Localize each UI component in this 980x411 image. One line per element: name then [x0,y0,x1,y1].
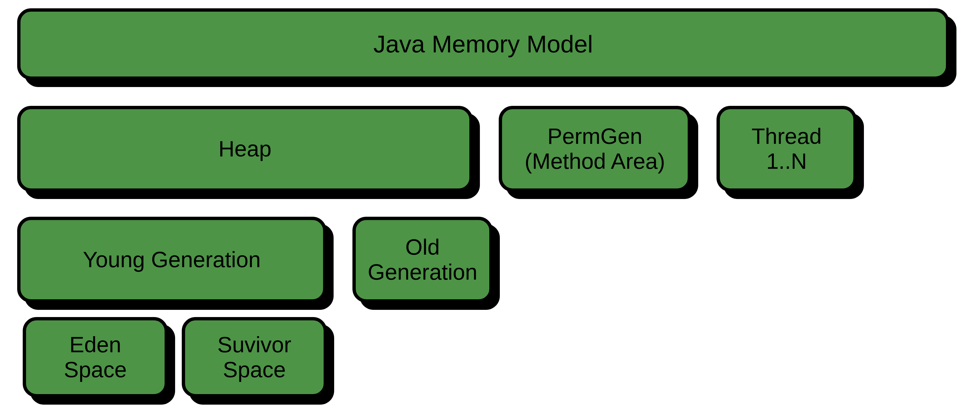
survivor-line1: Suvivor [218,332,291,357]
young-gen-label: Young Generation [83,247,261,272]
old-gen-line1: Old [368,235,477,260]
old-gen-label: Old Generation [368,235,477,284]
survivor-space-label: Suvivor Space [218,332,291,382]
permgen-box: PermGen (Method Area) [499,106,691,192]
eden-space-label: Eden Space [64,332,127,382]
title-label: Java Memory Model [374,30,593,58]
thread-line2: 1..N [751,149,821,174]
title-box: Java Memory Model [17,8,949,80]
java-memory-model-diagram: Java Memory Model Heap PermGen (Method A… [0,0,980,411]
eden-line1: Eden [64,332,127,357]
old-gen-box: Old Generation [352,217,493,303]
heap-box: Heap [17,106,473,192]
thread-line1: Thread [751,124,821,149]
heap-label: Heap [218,136,271,161]
thread-label: Thread 1..N [751,124,821,174]
permgen-line2: (Method Area) [525,149,665,174]
eden-space-box: Eden Space [23,317,168,397]
permgen-line1: PermGen [525,124,665,149]
permgen-label: PermGen (Method Area) [525,124,665,174]
old-gen-line2: Generation [368,260,477,285]
eden-line2: Space [64,357,127,382]
young-gen-box: Young Generation [17,217,326,303]
thread-box: Thread 1..N [716,106,857,192]
survivor-space-box: Suvivor Space [182,317,327,397]
survivor-line2: Space [218,357,291,382]
